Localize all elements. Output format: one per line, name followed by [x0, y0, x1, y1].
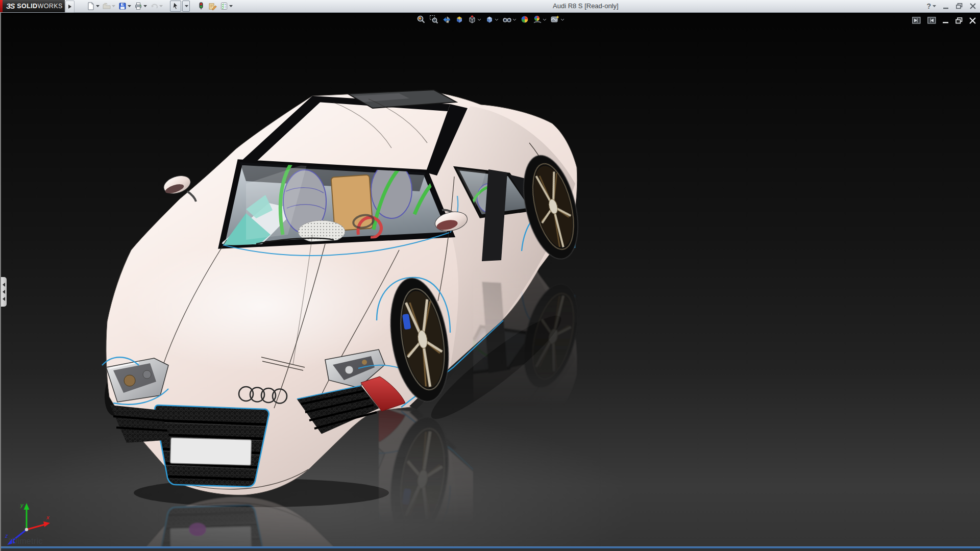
dropdown-icon [143, 5, 147, 7]
document-window-controls [912, 17, 976, 24]
collapse-arrow-icon [3, 290, 5, 294]
options-button[interactable] [219, 1, 234, 12]
dropdown-icon [128, 5, 131, 7]
traffic-light-button[interactable] [196, 1, 206, 12]
previous-view-button[interactable] [441, 14, 452, 24]
logo-text-solid: SOLID [17, 3, 37, 10]
expand-display-pane-button[interactable] [927, 17, 936, 24]
x-axis-arrowhead [43, 521, 50, 527]
options-checklist-icon [220, 2, 228, 10]
help-button[interactable]: ? [926, 2, 936, 10]
dropdown-icon [933, 5, 936, 7]
section-view-button[interactable] [454, 14, 465, 24]
y-axis-label: y [20, 502, 24, 508]
new-button[interactable] [86, 1, 101, 12]
select-cursor-icon [172, 2, 180, 10]
restore-icon [955, 17, 963, 24]
dropdown-icon [543, 18, 547, 21]
heads-up-view-toolbar [415, 14, 566, 25]
collapse-arrow-icon [3, 297, 5, 301]
close-button[interactable] [970, 3, 976, 9]
close-icon [970, 3, 976, 9]
window-title: Audi R8 S [Read-only] [553, 2, 619, 10]
y-axis-arrowhead [24, 503, 30, 510]
car-model-region [93, 82, 583, 551]
minimize-icon [943, 4, 949, 9]
dropdown-icon [159, 5, 163, 7]
undo-button[interactable] [149, 1, 164, 12]
license-plate [170, 438, 251, 465]
expand-pane-icon [927, 17, 936, 24]
apply-scene-icon [533, 15, 542, 24]
menu-flyout-tab[interactable] [65, 1, 75, 13]
car-model [93, 82, 583, 551]
minimize-icon [943, 17, 949, 23]
undo-icon [150, 2, 158, 10]
save-button[interactable] [117, 1, 132, 12]
save-icon [118, 2, 127, 10]
logo-text-works: WORKS [38, 3, 63, 10]
zoom-to-fit-icon [416, 15, 426, 24]
magenta-reflection-blob [189, 523, 206, 536]
main-toolbar [86, 0, 234, 12]
print-icon [134, 2, 142, 10]
solidworks-logo[interactable]: ЗS SOLIDWORKS [0, 0, 65, 12]
zoom-to-area-button[interactable] [428, 14, 439, 24]
logo-red-stripe [0, 0, 3, 12]
minimize-button[interactable] [943, 4, 949, 9]
section-view-icon [455, 15, 464, 24]
restore-button[interactable] [956, 3, 963, 9]
flyout-arrow-icon [68, 5, 71, 9]
front-grille [155, 405, 269, 487]
titlebar: ЗS SOLIDWORKS [0, 0, 980, 13]
zoom-to-area-icon [429, 15, 438, 24]
traffic-light-icon [197, 2, 205, 10]
edit-appearance-viewport-button[interactable] [519, 14, 530, 24]
help-icon: ? [926, 2, 931, 10]
glasses-icon [502, 15, 512, 24]
dropdown-icon [477, 18, 481, 21]
graphics-viewport[interactable]: y x z *Dimetric [0, 12, 980, 551]
view-orientation-icon [468, 15, 477, 24]
apply-scene-button[interactable] [532, 14, 548, 24]
hide-show-items-button[interactable] [501, 14, 518, 24]
view-settings-icon [550, 15, 560, 24]
dropdown-icon [112, 5, 115, 7]
print-button[interactable] [133, 1, 148, 12]
dropdown-icon [229, 5, 233, 7]
collapse-pane-icon [912, 17, 921, 24]
view-orientation-button[interactable] [467, 14, 482, 24]
collapse-display-pane-button[interactable] [912, 17, 921, 24]
x-axis-label: x [46, 514, 50, 520]
view-orientation-label: *Dimetric [8, 537, 43, 546]
doc-restore-button[interactable] [955, 17, 963, 24]
dropdown-icon [495, 18, 499, 21]
titlebar-controls: ? [926, 0, 976, 12]
edit-appearance-icon [208, 2, 217, 10]
triad-origin [25, 528, 28, 531]
new-document-icon [87, 2, 95, 10]
select-dropdown-button[interactable] [182, 1, 190, 12]
close-icon [969, 17, 976, 24]
dropdown-icon [560, 18, 565, 21]
dropdown-icon [96, 5, 100, 7]
dropdown-icon [512, 18, 517, 21]
zoom-to-fit-button[interactable] [415, 14, 427, 24]
featuremanager-collapse-tab[interactable] [1, 277, 7, 307]
display-style-button[interactable] [484, 14, 500, 24]
z-axis-label: z [5, 533, 8, 539]
appearance-ball-icon [520, 15, 529, 24]
collapse-arrow-icon [3, 283, 5, 287]
ds-3s-logo-icon: ЗS [6, 2, 14, 10]
dropdown-icon [185, 5, 188, 7]
statusbar-sliver [1, 548, 980, 551]
doc-minimize-button[interactable] [943, 17, 949, 23]
view-settings-button[interactable] [549, 14, 566, 24]
edit-appearance-button[interactable] [207, 1, 218, 12]
open-button[interactable] [102, 1, 116, 12]
restore-icon [956, 3, 963, 9]
display-style-icon [485, 15, 494, 24]
select-button[interactable] [170, 1, 181, 12]
doc-close-button[interactable] [969, 17, 976, 24]
previous-view-icon [442, 15, 451, 24]
